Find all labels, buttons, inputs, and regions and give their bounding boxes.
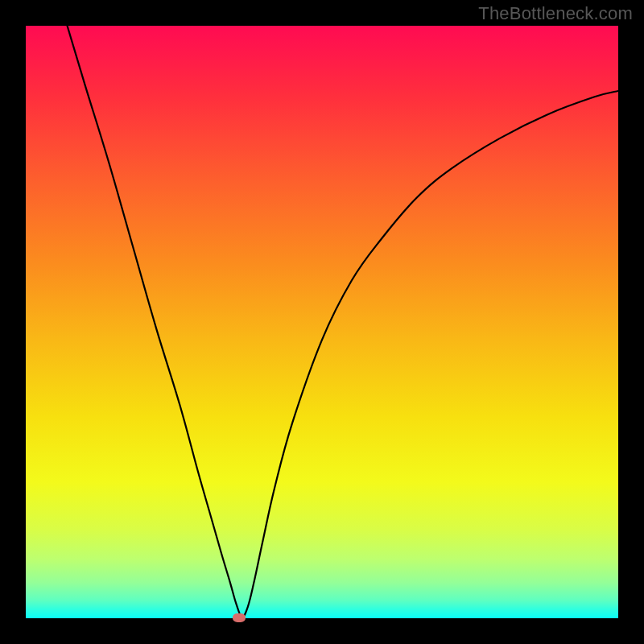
watermark-text: TheBottleneck.com [478, 3, 633, 24]
curve-path [68, 26, 618, 617]
minimum-marker [233, 613, 246, 622]
curve-svg [26, 26, 618, 618]
chart-frame: TheBottleneck.com [0, 0, 644, 644]
plot-area [26, 26, 618, 618]
